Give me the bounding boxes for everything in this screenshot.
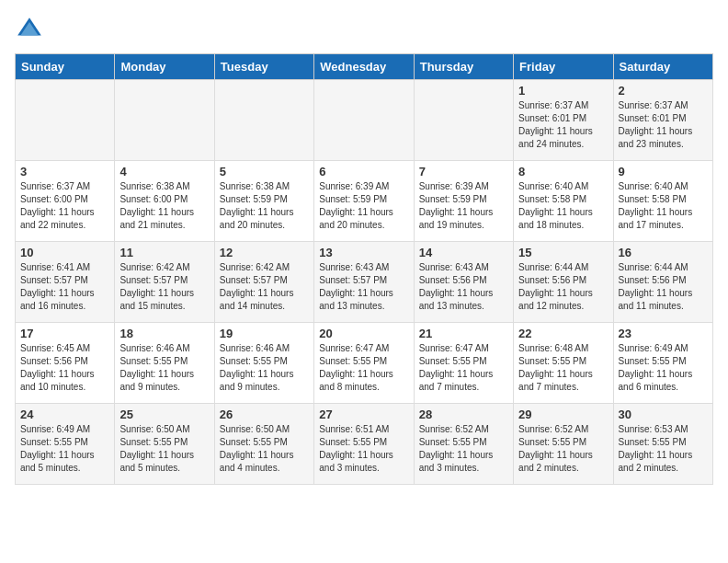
calendar-cell: 5Sunrise: 6:38 AM Sunset: 5:59 PM Daylig… [214, 161, 313, 242]
day-number: 26 [220, 408, 309, 421]
calendar-week-row: 3Sunrise: 6:37 AM Sunset: 6:00 PM Daylig… [16, 161, 713, 242]
day-number: 11 [119, 246, 209, 259]
calendar-cell: 20Sunrise: 6:47 AM Sunset: 5:55 PM Dayli… [314, 323, 414, 404]
day-info: Sunrise: 6:42 AM Sunset: 5:57 PM Dayligh… [220, 261, 309, 313]
calendar-cell: 28Sunrise: 6:52 AM Sunset: 5:55 PM Dayli… [414, 404, 513, 485]
calendar-cell: 1Sunrise: 6:37 AM Sunset: 6:01 PM Daylig… [514, 80, 613, 161]
day-number: 16 [619, 246, 708, 259]
col-header-monday: Monday [115, 54, 214, 80]
day-number: 14 [419, 246, 508, 259]
day-info: Sunrise: 6:41 AM Sunset: 5:57 PM Dayligh… [20, 261, 109, 313]
calendar-week-row: 1Sunrise: 6:37 AM Sunset: 6:01 PM Daylig… [16, 80, 713, 161]
calendar-cell: 10Sunrise: 6:41 AM Sunset: 5:57 PM Dayli… [16, 242, 115, 323]
day-number: 19 [220, 327, 309, 340]
calendar-cell [314, 80, 414, 161]
logo-icon [15, 15, 44, 44]
day-number: 22 [518, 327, 608, 340]
col-header-tuesday: Tuesday [214, 54, 313, 80]
day-number: 17 [20, 327, 109, 340]
calendar-cell: 24Sunrise: 6:49 AM Sunset: 5:55 PM Dayli… [16, 404, 115, 485]
calendar-cell: 26Sunrise: 6:50 AM Sunset: 5:55 PM Dayli… [214, 404, 313, 485]
day-info: Sunrise: 6:40 AM Sunset: 5:58 PM Dayligh… [518, 180, 608, 232]
day-number: 9 [619, 165, 708, 178]
day-info: Sunrise: 6:49 AM Sunset: 5:55 PM Dayligh… [20, 423, 109, 475]
day-number: 20 [319, 327, 408, 340]
calendar-cell: 4Sunrise: 6:38 AM Sunset: 6:00 PM Daylig… [115, 161, 214, 242]
day-number: 28 [419, 408, 508, 421]
calendar-cell: 7Sunrise: 6:39 AM Sunset: 5:59 PM Daylig… [414, 161, 513, 242]
calendar-week-row: 10Sunrise: 6:41 AM Sunset: 5:57 PM Dayli… [16, 242, 713, 323]
day-info: Sunrise: 6:38 AM Sunset: 5:59 PM Dayligh… [220, 180, 309, 232]
day-info: Sunrise: 6:47 AM Sunset: 5:55 PM Dayligh… [419, 342, 508, 394]
day-info: Sunrise: 6:39 AM Sunset: 5:59 PM Dayligh… [419, 180, 508, 232]
day-number: 4 [119, 165, 209, 178]
col-header-friday: Friday [514, 54, 613, 80]
calendar-cell: 8Sunrise: 6:40 AM Sunset: 5:58 PM Daylig… [514, 161, 613, 242]
day-info: Sunrise: 6:43 AM Sunset: 5:57 PM Dayligh… [319, 261, 408, 313]
day-number: 6 [319, 165, 408, 178]
calendar-cell: 17Sunrise: 6:45 AM Sunset: 5:56 PM Dayli… [16, 323, 115, 404]
calendar-cell: 11Sunrise: 6:42 AM Sunset: 5:57 PM Dayli… [115, 242, 214, 323]
day-number: 10 [20, 246, 109, 259]
col-header-thursday: Thursday [414, 54, 513, 80]
calendar-week-row: 17Sunrise: 6:45 AM Sunset: 5:56 PM Dayli… [16, 323, 713, 404]
day-info: Sunrise: 6:53 AM Sunset: 5:55 PM Dayligh… [619, 423, 708, 475]
day-info: Sunrise: 6:45 AM Sunset: 5:56 PM Dayligh… [20, 342, 109, 394]
day-info: Sunrise: 6:47 AM Sunset: 5:55 PM Dayligh… [319, 342, 408, 394]
calendar-cell: 15Sunrise: 6:44 AM Sunset: 5:56 PM Dayli… [514, 242, 613, 323]
calendar-cell [214, 80, 313, 161]
day-info: Sunrise: 6:43 AM Sunset: 5:56 PM Dayligh… [419, 261, 508, 313]
col-header-saturday: Saturday [613, 54, 712, 80]
day-number: 3 [20, 165, 109, 178]
day-number: 23 [619, 327, 708, 340]
calendar-cell: 9Sunrise: 6:40 AM Sunset: 5:58 PM Daylig… [613, 161, 712, 242]
calendar-cell: 3Sunrise: 6:37 AM Sunset: 6:00 PM Daylig… [16, 161, 115, 242]
calendar-cell: 12Sunrise: 6:42 AM Sunset: 5:57 PM Dayli… [214, 242, 313, 323]
calendar-cell: 22Sunrise: 6:48 AM Sunset: 5:55 PM Dayli… [514, 323, 613, 404]
day-info: Sunrise: 6:37 AM Sunset: 6:01 PM Dayligh… [619, 99, 708, 151]
calendar-cell: 21Sunrise: 6:47 AM Sunset: 5:55 PM Dayli… [414, 323, 513, 404]
calendar-table: SundayMondayTuesdayWednesdayThursdayFrid… [15, 53, 713, 485]
day-number: 8 [518, 165, 608, 178]
day-info: Sunrise: 6:48 AM Sunset: 5:55 PM Dayligh… [518, 342, 608, 394]
day-info: Sunrise: 6:40 AM Sunset: 5:58 PM Dayligh… [619, 180, 708, 232]
calendar-cell [16, 80, 115, 161]
day-number: 15 [518, 246, 608, 259]
col-header-wednesday: Wednesday [314, 54, 414, 80]
day-info: Sunrise: 6:42 AM Sunset: 5:57 PM Dayligh… [119, 261, 209, 313]
calendar-cell: 14Sunrise: 6:43 AM Sunset: 5:56 PM Dayli… [414, 242, 513, 323]
day-number: 2 [619, 84, 708, 98]
day-info: Sunrise: 6:52 AM Sunset: 5:55 PM Dayligh… [518, 423, 608, 475]
calendar-cell: 16Sunrise: 6:44 AM Sunset: 5:56 PM Dayli… [613, 242, 712, 323]
calendar-cell [414, 80, 513, 161]
day-number: 29 [518, 408, 608, 421]
day-info: Sunrise: 6:51 AM Sunset: 5:55 PM Dayligh… [319, 423, 408, 475]
calendar-cell: 6Sunrise: 6:39 AM Sunset: 5:59 PM Daylig… [314, 161, 414, 242]
day-info: Sunrise: 6:46 AM Sunset: 5:55 PM Dayligh… [220, 342, 309, 394]
day-info: Sunrise: 6:46 AM Sunset: 5:55 PM Dayligh… [119, 342, 209, 394]
day-number: 18 [119, 327, 209, 340]
calendar-week-row: 24Sunrise: 6:49 AM Sunset: 5:55 PM Dayli… [16, 404, 713, 485]
day-number: 25 [119, 408, 209, 421]
day-info: Sunrise: 6:39 AM Sunset: 5:59 PM Dayligh… [319, 180, 408, 232]
day-number: 21 [419, 327, 508, 340]
calendar-cell: 13Sunrise: 6:43 AM Sunset: 5:57 PM Dayli… [314, 242, 414, 323]
calendar-cell: 27Sunrise: 6:51 AM Sunset: 5:55 PM Dayli… [314, 404, 414, 485]
col-header-sunday: Sunday [16, 54, 115, 80]
calendar-cell: 18Sunrise: 6:46 AM Sunset: 5:55 PM Dayli… [115, 323, 214, 404]
calendar-cell [115, 80, 214, 161]
day-info: Sunrise: 6:50 AM Sunset: 5:55 PM Dayligh… [220, 423, 309, 475]
day-number: 27 [319, 408, 408, 421]
calendar-header-row: SundayMondayTuesdayWednesdayThursdayFrid… [16, 54, 713, 80]
day-number: 7 [419, 165, 508, 178]
day-info: Sunrise: 6:49 AM Sunset: 5:55 PM Dayligh… [619, 342, 708, 394]
calendar-cell: 2Sunrise: 6:37 AM Sunset: 6:01 PM Daylig… [613, 80, 712, 161]
day-number: 30 [619, 408, 708, 421]
calendar-cell: 29Sunrise: 6:52 AM Sunset: 5:55 PM Dayli… [514, 404, 613, 485]
logo [15, 15, 48, 44]
day-info: Sunrise: 6:37 AM Sunset: 6:00 PM Dayligh… [20, 180, 109, 232]
day-number: 13 [319, 246, 408, 259]
calendar-cell: 30Sunrise: 6:53 AM Sunset: 5:55 PM Dayli… [613, 404, 712, 485]
day-info: Sunrise: 6:37 AM Sunset: 6:01 PM Dayligh… [518, 99, 608, 151]
day-number: 24 [20, 408, 109, 421]
